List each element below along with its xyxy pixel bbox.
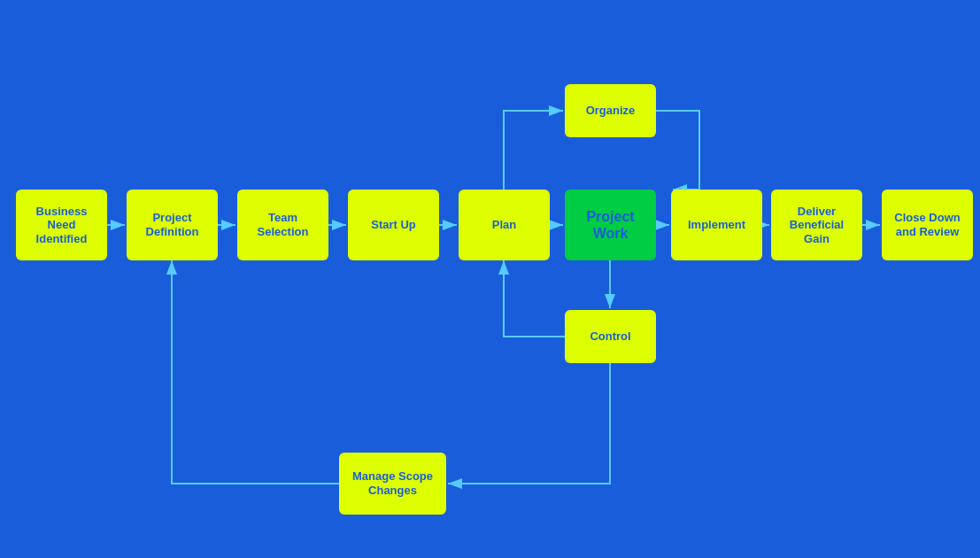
start-up-node: Start Up <box>348 190 439 260</box>
business-need-node: Business Need Identified <box>16 190 107 260</box>
team-selection-node: Team Selection <box>237 190 328 260</box>
plan-node: Plan <box>459 190 550 260</box>
implement-node: Implement <box>671 190 762 260</box>
project-definition-node: Project Definition <box>127 190 218 260</box>
flow-diagram: Business Need Identified Project Definit… <box>0 0 980 558</box>
manage-scope-node: Manage Scope Changes <box>339 453 446 515</box>
organize-node: Organize <box>565 84 656 137</box>
arrows-svg <box>0 0 980 558</box>
close-down-node: Close Down and Review <box>882 190 973 260</box>
project-work-node: Project Work <box>565 190 656 260</box>
control-node: Control <box>565 310 656 363</box>
deliver-node: Deliver Beneficial Gain <box>771 190 862 260</box>
